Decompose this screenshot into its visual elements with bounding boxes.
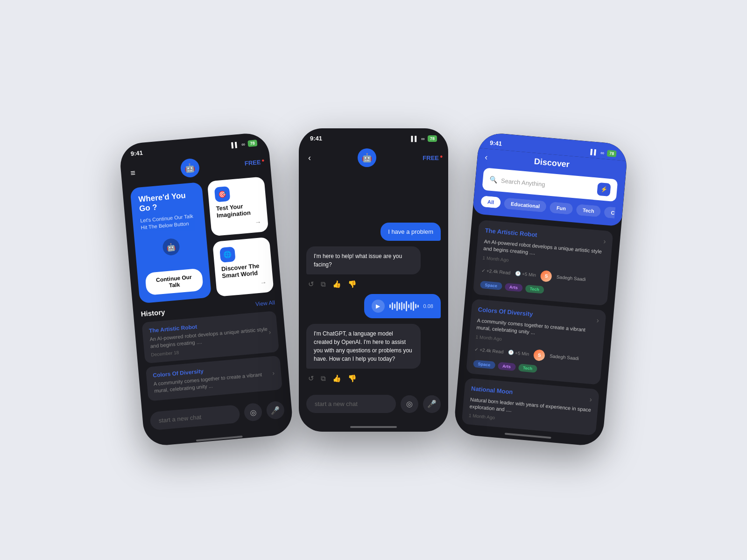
user-message-1-text: I have a problem	[388, 228, 433, 235]
user-message-1: I have a problem	[381, 223, 441, 241]
filter-tab-creative[interactable]: Creative	[604, 206, 616, 218]
chat-input-2[interactable]: start a new chat	[306, 395, 396, 413]
phone2-bottom: start a new chat ◎ 🎤	[299, 390, 448, 422]
right-cards: 🎯 Test Your Imagination → 🌐 Discover The…	[207, 176, 274, 297]
tag-arts-1: Arts	[504, 283, 522, 292]
time-2: 9:41	[310, 135, 322, 142]
link-icon-2: ∞	[421, 136, 425, 141]
thumbup-button-1[interactable]: 👍	[332, 280, 341, 288]
filter-tab-tech[interactable]: Tech	[576, 204, 601, 217]
article-1-time: 🕐 +5 Min	[515, 271, 536, 278]
chat-input-placeholder-2: start a new chat	[315, 400, 358, 407]
thumbup-button-2[interactable]: 👍	[332, 374, 341, 383]
message-actions-2: ↺ ⧉ 👍 👎	[306, 374, 357, 383]
filter-tab-all[interactable]: All	[480, 196, 501, 209]
tag-space-1: Space	[480, 280, 502, 290]
hero-card-title: Where'd You Go ?	[138, 190, 197, 213]
hero-card[interactable]: Where'd You Go ? Let's Continue Our Talk…	[130, 182, 211, 303]
chat-input-1[interactable]: start a new chat	[149, 404, 240, 430]
hamburger-icon[interactable]: ≡	[130, 168, 136, 178]
tag-arts-2: Arts	[498, 362, 516, 371]
battery-badge-3: 78	[607, 150, 617, 157]
status-bar-2: 9:41 ▌▌ ∞ 78	[299, 128, 448, 145]
article-card-2[interactable]: Colors Of Diversity › A community comes …	[466, 299, 606, 385]
article-1-arrow: ›	[603, 237, 606, 245]
time-3: 9:41	[490, 139, 502, 147]
tag-space-2: Space	[473, 360, 495, 369]
signal-icon-3: ▌▌	[590, 149, 598, 155]
signal-icon-2: ▌▌	[411, 136, 419, 141]
free-badge-2: FREE	[423, 154, 439, 161]
battery-badge-2: 78	[428, 135, 437, 142]
article-2-author: Sadegh Saadi	[550, 353, 579, 361]
history-title: History	[141, 308, 165, 318]
history-item-2-content: Colors Of Diversity A community comes to…	[153, 362, 274, 395]
discover-card-icon: 🌐	[219, 246, 236, 263]
article-1-author: Sadegh Saadi	[557, 274, 586, 282]
history-item-2[interactable]: Colors Of Diversity A community comes to…	[146, 356, 282, 401]
search-icon: 🔍	[489, 175, 498, 183]
copy-button-1[interactable]: ⧉	[321, 280, 326, 288]
article-2-title: Colors Of Diversity	[478, 306, 533, 317]
article-card-1[interactable]: The Artistic Robot › An AI-powered robot…	[473, 220, 613, 306]
hero-card-subtitle: Let's Continue Our Talk Hit The Below Bu…	[140, 212, 198, 231]
test-card-icon: 🎯	[214, 186, 231, 203]
history-item-1[interactable]: The Artistic Robot An AI-powered robot d…	[141, 311, 279, 364]
ai-message-2-text: I'm ChatGPT, a language model created by…	[314, 330, 412, 362]
home-bar-3	[505, 433, 551, 439]
view-all-button[interactable]: View All	[255, 299, 275, 308]
mic-button-1[interactable]: 🎤	[266, 400, 285, 420]
test-imagination-card[interactable]: 🎯 Test Your Imagination →	[207, 176, 269, 236]
link-icon-3: ∞	[600, 150, 605, 156]
phones-container: 9:41 ▌▌ ∞ 78 ≡ 🤖 FREE Where'd You Go ?	[131, 128, 616, 432]
chat-input-placeholder-1: start a new chat	[158, 413, 202, 424]
tag-tech-1: Tech	[525, 285, 544, 294]
play-button[interactable]: ▶	[372, 300, 385, 313]
home-bar-2	[350, 426, 397, 428]
hero-bot-icon: 🤖	[162, 238, 180, 256]
history-item-2-arrow: ›	[272, 369, 275, 377]
filter-tab-educational[interactable]: Educational	[504, 197, 547, 212]
phone-chat: 9:41 ▌▌ ∞ 78 ‹ 🤖 FREE I have a problem	[299, 128, 448, 432]
filter-tab-fun[interactable]: Fun	[550, 202, 573, 215]
compass-button-1[interactable]: ◎	[243, 403, 262, 422]
copy-button-2[interactable]: ⧉	[321, 374, 326, 383]
waveform	[389, 301, 419, 312]
refresh-button-2[interactable]: ↺	[308, 374, 314, 383]
home-bar-1	[196, 435, 243, 441]
chat-area: I have a problem I'm here to help! what …	[299, 173, 448, 390]
article-1-reads: ✓ +2.4k Read	[481, 268, 511, 275]
phone-home: 9:41 ▌▌ ∞ 78 ≡ 🤖 FREE Where'd You Go ?	[119, 132, 294, 447]
free-badge-1: FREE	[244, 158, 261, 167]
thumbdown-button-2[interactable]: 👎	[348, 374, 357, 383]
discover-content: The Artistic Robot › An AI-powered robot…	[454, 214, 621, 438]
search-placeholder: Search Anything	[501, 177, 594, 192]
message-actions-1: ↺ ⧉ 👍 👎	[306, 280, 357, 288]
article-2-arrow: ›	[596, 316, 599, 324]
discover-card-arrow: →	[260, 279, 267, 287]
status-icons-1: ▌▌ ∞ 78	[231, 140, 257, 148]
article-2-reads: ✓ +2.4k Read	[474, 347, 504, 354]
ai-message-1: I'm here to help! what issue are you fac…	[306, 246, 421, 274]
thumbdown-button-1[interactable]: 👎	[348, 280, 357, 288]
back-button-3[interactable]: ‹	[485, 152, 488, 162]
filter-button[interactable]: ⚡	[597, 182, 611, 196]
voice-duration: 0.08	[423, 303, 433, 309]
discover-top: ‹ Discover 🔍 Search Anything ⚡ All Educa…	[472, 148, 627, 226]
discover-card-title: Discover The Smart World	[221, 262, 266, 280]
logo-icon-2: 🤖	[358, 148, 376, 167]
continue-talk-button[interactable]: Continue Our Talk	[145, 268, 204, 295]
article-1-title: The Artistic Robot	[485, 227, 537, 238]
article-3-title: National Moon	[471, 385, 514, 395]
mic-button-2[interactable]: 🎤	[423, 395, 441, 413]
compass-button-2[interactable]: ◎	[401, 395, 418, 413]
article-2-time: 🕐 +5 Min	[508, 350, 529, 357]
ai-message-2: I'm ChatGPT, a language model created by…	[306, 324, 421, 369]
refresh-button-1[interactable]: ↺	[308, 280, 314, 288]
article-3-arrow: ›	[589, 395, 592, 404]
test-card-title: Test Your Imagination	[216, 201, 261, 219]
back-button-2[interactable]: ‹	[308, 153, 311, 163]
time-1: 9:41	[130, 149, 143, 157]
discover-card[interactable]: 🌐 Discover The Smart World →	[212, 237, 274, 297]
home-cards: Where'd You Go ? Let's Continue Our Talk…	[122, 176, 281, 304]
